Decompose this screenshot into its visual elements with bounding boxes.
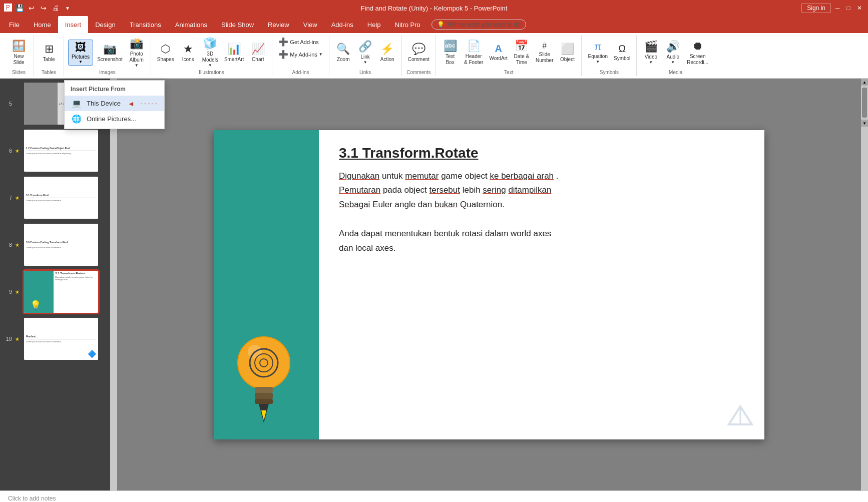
tab-help[interactable]: Help <box>360 16 388 33</box>
text-group-label: Text <box>504 70 513 75</box>
this-device-item[interactable]: 💻 This Device ◄ - - - - - <box>65 96 164 111</box>
quick-undo-icon[interactable]: ↩ <box>27 4 36 13</box>
slides-scrollbar[interactable]: ▲ ▼ <box>110 79 117 490</box>
ribbon-group-symbols: π Equation ▼ Ω Symbol Symbols <box>582 35 637 76</box>
slide-item[interactable]: 8 ★ 3.0 Custom Coding Transform.Find Lor… <box>0 222 110 268</box>
action-button[interactable]: ⚡ Action <box>377 42 397 64</box>
table-button[interactable]: ⊞ Table <box>39 42 59 64</box>
get-addins-button[interactable]: ➕ Get Add-ins <box>276 36 320 48</box>
links-group-items: 🔍 Zoom 🔗 Link ▼ ⚡ Action <box>333 36 397 69</box>
signin-button[interactable]: Sign in <box>801 3 831 13</box>
tab-review[interactable]: Review <box>261 16 296 33</box>
slide-thumb-8[interactable]: 3.0 Custom Coding Transform.Find Lorem i… <box>24 224 98 266</box>
tell-me-input[interactable]: 💡 Tell me what you want to do <box>431 20 526 30</box>
tables-group-items: ⊞ Table <box>39 36 59 69</box>
screen-record-button[interactable]: ⏺ ScreenRecordi... <box>685 39 710 67</box>
object-button[interactable]: ⬜ Object <box>557 42 577 64</box>
online-pictures-item[interactable]: 🌐 Online Pictures... <box>65 111 164 127</box>
tab-insert[interactable]: Insert <box>58 16 89 33</box>
slide-item[interactable]: 7 ★ 3.1 Transform.Find Lorem ipsum dolor… <box>0 175 110 221</box>
slide-thumb-6[interactable]: 1.2 Custom Coding GameObject.Find Lorem … <box>24 130 98 172</box>
tab-transitions[interactable]: Transitions <box>123 16 168 33</box>
tab-file[interactable]: File <box>2 16 27 33</box>
screenshot-icon: 📷 <box>103 43 117 56</box>
illustrations-group-items: ⬡ Shapes ★ Icons 🧊 3DModels ▼ 📊 SmartArt <box>155 36 268 69</box>
tab-design[interactable]: Design <box>88 16 122 33</box>
images-group-label: Images <box>99 70 116 75</box>
slide-number-button[interactable]: # SlideNumber <box>534 41 556 65</box>
ribbon-group-illustrations: ⬡ Shapes ★ Icons 🧊 3DModels ▼ 📊 SmartArt <box>151 35 273 76</box>
svg-rect-5 <box>255 387 273 393</box>
slide-thumb-10[interactable]: Manfaat... Lorem ipsum dolor sit amet co… <box>24 318 98 360</box>
ribbon-group-text: 🔤 TextBox 📄 Header& Footer A WordArt 📅 D… <box>436 35 582 76</box>
tab-nitro[interactable]: Nitro Pro <box>388 16 427 33</box>
slide-thumb-7[interactable]: 3.1 Transform.Find Lorem ipsum dolor sit… <box>24 177 98 219</box>
datetime-button[interactable]: 📅 Date &Time <box>512 39 532 67</box>
comment-button[interactable]: 💬 Comment <box>406 42 431 64</box>
illustrations-group-label: Illustrations <box>199 70 224 75</box>
slide-content: 3.1 Transform.Rotate Digunakan untuk mem… <box>319 130 764 439</box>
textbox-icon: 🔤 <box>444 40 457 53</box>
tab-slideshow[interactable]: Slide Show <box>214 16 261 33</box>
header-footer-button[interactable]: 📄 Header& Footer <box>462 39 485 67</box>
chart-button[interactable]: 📈 Chart <box>248 42 268 64</box>
ribbon-body: 🪟 NewSlide Slides ⊞ Table Tables 🖼 Pictu <box>0 33 868 79</box>
slide-thumb-9[interactable]: 3.1 Transform.Rotate Digunakan untuk mem… <box>24 271 98 313</box>
pictures-button[interactable]: 🖼 Pictures ▼ <box>68 40 93 66</box>
online-pictures-label: Online Pictures... <box>87 115 136 123</box>
new-slide-button[interactable]: 🪟 NewSlide <box>9 39 29 67</box>
tab-addins[interactable]: Add-ins <box>324 16 360 33</box>
slide-item[interactable]: 6 ★ 1.2 Custom Coding GameObject.Find Lo… <box>0 128 110 174</box>
ribbon-group-addins: ➕ Get Add-ins ➕ My Add-ins ▼ Add-ins <box>272 35 329 76</box>
online-pictures-icon: 🌐 <box>72 114 82 124</box>
datetime-icon: 📅 <box>515 40 528 53</box>
tab-home[interactable]: Home <box>27 16 58 33</box>
tab-view[interactable]: View <box>296 16 324 33</box>
lightbulb-svg <box>229 323 299 428</box>
shapes-icon: ⬡ <box>161 43 170 56</box>
object-icon: ⬜ <box>561 43 574 56</box>
canvas-scroll-down[interactable]: ▼ <box>861 120 868 127</box>
shapes-button[interactable]: ⬡ Shapes <box>155 42 176 64</box>
slide-item[interactable]: 10 ★ Manfaat... Lorem ipsum dolor sit am… <box>0 316 110 362</box>
powerpoint-logo-icon: 🅿 <box>4 4 12 13</box>
canvas-scroll-thumb[interactable] <box>862 88 867 118</box>
symbol-button[interactable]: Ω Symbol <box>612 42 632 63</box>
3d-models-button[interactable]: 🧊 3DModels ▼ <box>200 36 220 69</box>
addins-group-items: ➕ Get Add-ins ➕ My Add-ins ▼ <box>276 36 324 69</box>
quick-more-icon[interactable]: ▼ <box>63 4 72 13</box>
quick-save-icon[interactable]: 💾 <box>15 4 24 13</box>
video-button[interactable]: 🎬 Video ▼ <box>641 39 661 66</box>
media-group-items: 🎬 Video ▼ 🔊 Audio ▼ ⏺ ScreenRecordi... <box>641 36 710 69</box>
canvas-scroll-up[interactable]: ▲ <box>861 79 868 86</box>
audio-icon: 🔊 <box>666 40 680 53</box>
maximize-icon[interactable]: □ <box>844 4 853 13</box>
wordart-button[interactable]: A WordArt <box>487 42 510 63</box>
table-icon: ⊞ <box>45 43 54 56</box>
quick-print-icon[interactable]: 🖨 <box>51 4 60 13</box>
close-icon[interactable]: ✕ <box>855 4 864 13</box>
tab-animations[interactable]: Animations <box>168 16 214 33</box>
photo-album-button[interactable]: 📸 PhotoAlbum ▼ <box>127 36 147 69</box>
slide-item[interactable]: 9 ★ 3.1 Transform.Rotate Digunakan untuk… <box>0 269 110 315</box>
link-button[interactable]: 🔗 Link ▼ <box>355 39 375 66</box>
icons-button[interactable]: ★ Icons <box>178 42 198 64</box>
slide-footer <box>727 404 754 433</box>
slide-canvas: 3.1 Transform.Rotate Digunakan untuk mem… <box>214 130 764 439</box>
my-addins-button[interactable]: ➕ My Add-ins ▼ <box>276 49 324 60</box>
quick-redo-icon[interactable]: ↪ <box>39 4 48 13</box>
textbox-button[interactable]: 🔤 TextBox <box>440 39 460 67</box>
slide-number-icon: # <box>542 42 547 51</box>
addins-group-label: Add-ins <box>292 70 309 75</box>
minimize-icon[interactable]: ─ <box>833 4 842 13</box>
audio-arrow: ▼ <box>671 60 675 65</box>
audio-button[interactable]: 🔊 Audio ▼ <box>663 39 683 66</box>
smartart-button[interactable]: 📊 SmartArt <box>222 42 246 64</box>
canvas-scrollbar[interactable]: ▲ ▼ <box>861 79 868 490</box>
equation-button[interactable]: π Equation ▼ <box>586 40 609 65</box>
zoom-button[interactable]: 🔍 Zoom <box>333 42 353 64</box>
screenshot-button[interactable]: 📷 Screenshot <box>95 42 125 64</box>
notes-bar[interactable]: Click to add notes <box>0 490 868 502</box>
icons-icon: ★ <box>183 43 193 56</box>
smartart-icon: 📊 <box>227 43 241 56</box>
